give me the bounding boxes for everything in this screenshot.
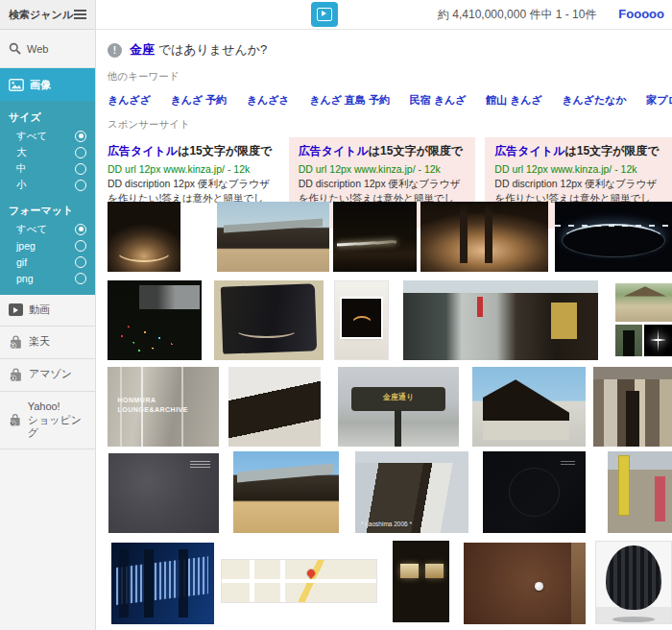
radio-icon[interactable] xyxy=(75,273,86,284)
thumbnail-honmura-lounge-storefront[interactable]: HONMURA LOUNGE&ARCHIVE xyxy=(108,367,219,447)
format-filter-label: フォーマット xyxy=(0,199,95,221)
naoshima-caption: * naoshima 2006 * xyxy=(361,521,412,527)
filter-option-size-small[interactable]: 小 xyxy=(0,177,95,193)
image-search-page: 検索ジャンル Web 画像 サイズ すべて 大 中 xyxy=(0,0,672,630)
ad-title-rest: は15文字が限度で xyxy=(564,144,659,158)
image-results-grid: HONMURA LOUNGE&ARCHIVE 金座通り * naoshima 2… xyxy=(96,202,672,630)
thumbnail-black-light-ring[interactable] xyxy=(555,202,672,272)
thumbnail-black-roofline[interactable] xyxy=(228,367,321,447)
size-filter-label: サイズ xyxy=(0,106,95,128)
related-keyword-link[interactable]: 館山 きんざ xyxy=(486,94,542,106)
thumbnail-open-photo-book[interactable] xyxy=(214,280,324,360)
thumbnail-dark-lit-windows[interactable] xyxy=(393,541,449,622)
radio-icon[interactable] xyxy=(75,180,86,191)
ad-url: DD url 12px www.kinza.jp/ - 12k xyxy=(494,163,662,175)
sidebar-item-yahoo-shopping[interactable]: Y Yahoo!ショッピング xyxy=(0,392,95,449)
ad-title-link[interactable]: 広告タイトル xyxy=(108,144,178,158)
filter-option-format-png[interactable]: png xyxy=(0,270,95,286)
sidebar-title: 検索ジャンル xyxy=(9,8,73,22)
sidebar-header: 検索ジャンル xyxy=(0,0,95,30)
shopping-bag-y-icon: Y xyxy=(9,413,22,427)
brand-link[interactable]: Fooooo xyxy=(618,0,664,29)
thumbnail-street-alley-noren[interactable] xyxy=(403,280,598,360)
related-keyword-link[interactable]: きんざさ xyxy=(247,94,290,106)
sidebar: 検索ジャンル Web 画像 サイズ すべて 大 中 xyxy=(0,0,96,630)
sidebar-item-web[interactable]: Web xyxy=(0,30,95,68)
thumbnail-gray-textured-cover[interactable] xyxy=(108,453,219,533)
thumbnail-shop-yellow-banner[interactable] xyxy=(608,451,672,533)
filter-option-format-gif[interactable]: gif xyxy=(0,254,95,270)
info-icon xyxy=(108,43,122,58)
ad-title-rest: は15文字が限度で xyxy=(178,144,272,158)
hamburger-icon[interactable] xyxy=(74,10,86,12)
suggestion-text: ではありませんか? xyxy=(158,42,268,57)
sponsored-label: スポンサーサイト xyxy=(96,118,672,132)
filter-option-size-large[interactable]: 大 xyxy=(0,144,95,160)
filter-option-format-all[interactable]: すべて xyxy=(0,221,95,237)
thumbnail-dark-interior-light-streak[interactable] xyxy=(333,202,417,272)
radio-icon[interactable] xyxy=(75,256,86,268)
thumbnail-dark-doorway[interactable] xyxy=(615,325,642,356)
video-play-icon xyxy=(9,303,23,316)
thumbnail-earth-texture-white-ball[interactable] xyxy=(464,543,586,624)
main-content: 金座 ではありませんか? 他のキーワード きんざざ きんざ 予約 きんざさ きん… xyxy=(96,29,672,229)
radio-selected-icon[interactable] xyxy=(75,131,86,142)
thumbnail-dark-interior-light-ring[interactable] xyxy=(108,202,180,272)
top-bar: 約 4,410,000,000 件中 1 - 10件 Fooooo xyxy=(96,0,672,30)
filter-option-size-medium[interactable]: 中 xyxy=(0,160,95,177)
thumbnail-warm-interior-columns[interactable] xyxy=(420,202,548,272)
ad-title-rest: は15文字が限度で xyxy=(369,144,463,158)
sidebar-filter-panel: サイズ すべて 大 中 小 フォーマット すべて xyxy=(0,101,95,295)
related-keyword-link[interactable]: きんざたなか xyxy=(562,94,627,106)
ad-title-link[interactable]: 広告タイトル xyxy=(299,144,369,158)
sidebar-item-label: Web xyxy=(27,43,48,55)
play-icon xyxy=(317,8,332,21)
thumbnail-light-cross[interactable] xyxy=(644,325,672,356)
did-you-mean: 金座 ではありませんか? xyxy=(96,29,672,59)
related-keywords-label: 他のキーワード xyxy=(96,70,672,84)
related-keyword-link[interactable]: 民宿 きんざ xyxy=(410,94,467,106)
image-icon xyxy=(9,79,24,91)
thumbnail-framed-photo-on-wall[interactable] xyxy=(334,280,389,360)
thumbnail-wooden-building-sand[interactable] xyxy=(233,451,339,533)
sidebar-item-rakuten[interactable]: R 楽天 xyxy=(0,327,95,359)
thumbnail-black-wooden-building[interactable] xyxy=(217,202,329,272)
related-keyword-link[interactable]: きんざ 予約 xyxy=(170,94,227,106)
street-sign-text: 金座通り xyxy=(351,392,445,402)
radio-icon[interactable] xyxy=(75,240,86,252)
radio-icon[interactable] xyxy=(75,163,86,175)
thumbnail-black-building-blue-sky[interactable] xyxy=(472,367,586,447)
sidebar-item-video[interactable]: 動画 xyxy=(0,295,95,327)
related-keyword-link[interactable]: きんざ 直島 予約 xyxy=(309,94,390,106)
ad-url: DD url 12px www.kinza.jp/ - 12k xyxy=(299,163,467,175)
shopping-bag-r-icon: R xyxy=(9,335,23,350)
svg-text:Y: Y xyxy=(12,421,14,425)
suggested-query-link[interactable]: 金座 xyxy=(130,42,155,57)
thumbnail-location-map[interactable] xyxy=(221,559,377,603)
thumbnail-woven-round-vessel[interactable] xyxy=(595,541,672,624)
related-keywords: きんざざ きんざ 予約 きんざさ きんざ 直島 予約 民宿 きんざ 館山 きんざ… xyxy=(96,84,672,108)
sidebar-item-amazon[interactable]: A アマゾン xyxy=(0,359,95,392)
sidebar-item-label: 画像 xyxy=(30,78,51,92)
thumbnail-dark-room-colored-lights[interactable] xyxy=(108,280,202,360)
storefront-overlay-text: HONMURA LOUNGE&ARCHIVE xyxy=(117,396,204,415)
thumbnail-wooden-shrine-structure[interactable] xyxy=(615,283,672,322)
radio-selected-icon[interactable] xyxy=(75,224,86,235)
related-keyword-link[interactable]: 家プロジェクト きんざ xyxy=(646,94,672,106)
thumbnail-black-book-cover[interactable] xyxy=(483,451,586,533)
thumbnail-kinza-street-sign[interactable]: 金座通り xyxy=(338,367,459,447)
related-keyword-link[interactable]: きんざざ xyxy=(108,94,151,106)
ad-title-link[interactable]: 広告タイトル xyxy=(494,144,564,158)
ad-url: DD url 12px www.kinza.jp/ - 12k xyxy=(108,163,279,175)
thumbnail-blue-led-panels[interactable] xyxy=(111,543,214,624)
filter-option-size-all[interactable]: すべて xyxy=(0,128,95,144)
results-count: 約 4,410,000,000 件中 1 - 10件 xyxy=(438,0,596,29)
shopping-bag-a-icon: A xyxy=(9,368,23,382)
search-icon xyxy=(9,42,21,55)
thumbnail-naoshima-street-corner[interactable]: * naoshima 2006 * xyxy=(355,451,468,533)
slideshow-play-button[interactable] xyxy=(311,2,338,27)
filter-option-format-jpeg[interactable]: jpeg xyxy=(0,237,95,254)
thumbnail-shop-entrance[interactable] xyxy=(593,367,672,447)
sidebar-item-images[interactable]: 画像 xyxy=(0,68,95,101)
radio-icon[interactable] xyxy=(75,147,86,158)
